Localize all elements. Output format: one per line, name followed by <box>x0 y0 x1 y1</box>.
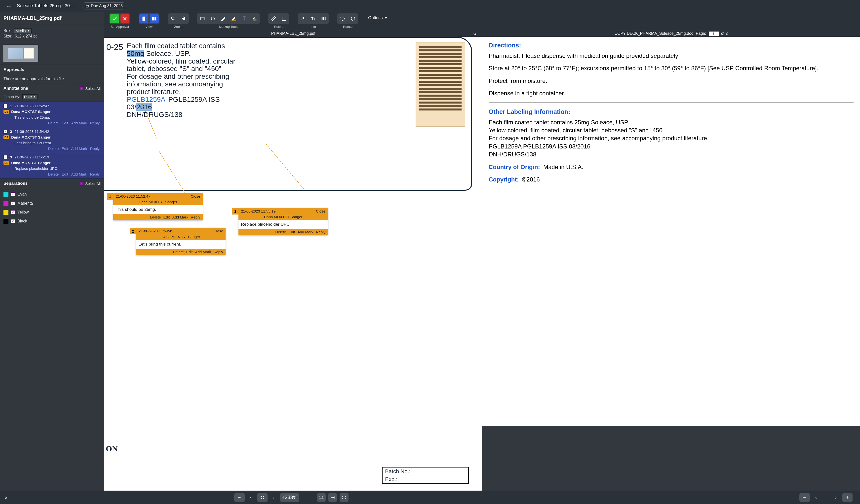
separation-row[interactable]: ✓Magenta <box>3 199 101 208</box>
size-value: 612 x 274 pt <box>15 34 37 39</box>
collapse-sidebar-icon[interactable]: « <box>4 494 8 501</box>
zoom-in-button-right[interactable]: + <box>842 493 852 502</box>
svg-rect-13 <box>263 498 264 499</box>
options-menu[interactable]: Options ▼ <box>367 13 389 23</box>
tool-group-markup: Markup Tools <box>197 13 260 29</box>
grid-view-button[interactable] <box>257 493 268 502</box>
ann-reply[interactable]: Reply <box>90 147 100 151</box>
marker-tool-button[interactable] <box>250 14 259 23</box>
prev-icon[interactable]: ‹ <box>812 494 820 501</box>
next-icon[interactable]: › <box>270 494 277 501</box>
annotations-header: Annotations ✓ Select All <box>0 84 104 93</box>
back-arrow-icon[interactable]: ← <box>6 2 12 10</box>
ann-addmark[interactable]: Add Mark <box>71 121 87 125</box>
color-swatch <box>3 192 9 197</box>
checkbox-checked-icon[interactable]: ✓ <box>3 155 8 159</box>
separations-select-all[interactable]: ✓ Select All <box>80 181 101 186</box>
checkbox-checked-icon[interactable]: ✓ <box>3 130 8 134</box>
right-canvas[interactable]: Directions: Pharmacist: Please dispense … <box>482 37 860 491</box>
checkbox-checked-icon[interactable]: ✓ <box>11 192 15 196</box>
note-close[interactable]: Close <box>191 194 200 198</box>
ellipse-tool-button[interactable] <box>209 14 217 23</box>
group-by-select[interactable]: Date ▼ <box>23 94 38 99</box>
ann-edit[interactable]: Edit <box>62 121 68 125</box>
zoom-out-button[interactable]: − <box>234 493 245 502</box>
separation-row[interactable]: ✓Yellow <box>3 208 101 217</box>
note-close[interactable]: Close <box>214 229 223 233</box>
fit-width-button[interactable] <box>328 493 337 502</box>
batch-exp-box: Batch No.: Exp.: <box>382 467 469 484</box>
compare-view-button[interactable] <box>150 14 159 23</box>
approve-button[interactable] <box>110 14 119 23</box>
annotation-item[interactable]: ✓121-06-2023 11:52:47 DSDana MOXTST Sang… <box>0 102 104 128</box>
checkbox-checked-icon[interactable]: ✓ <box>11 219 15 223</box>
box-select[interactable]: Media ▼ <box>14 28 31 33</box>
prev-icon[interactable]: ‹ <box>247 494 255 501</box>
fit-screen-button[interactable] <box>340 493 348 502</box>
chevron-down-icon: ▼ <box>33 95 36 98</box>
next-icon[interactable]: › <box>832 494 840 501</box>
ann-edit[interactable]: Edit <box>62 147 68 151</box>
separations-list: ✓Cyan✓Magenta✓Yellow✓Black <box>0 189 104 227</box>
separation-row[interactable]: ✓Cyan <box>3 190 101 199</box>
text-info-button[interactable]: Tт <box>309 14 318 23</box>
barcode-info-button[interactable] <box>319 14 328 23</box>
on-label: ON <box>106 444 118 453</box>
left-pane-controls: − ‹ › +233% 1:1 <box>104 493 478 502</box>
ann-reply[interactable]: Reply <box>90 172 100 176</box>
ann-delete[interactable]: Delete <box>48 172 59 176</box>
note-badge: 3 <box>232 208 239 214</box>
color-swatch <box>3 219 9 224</box>
toolbar: Set Approval View Zoom <box>104 12 860 30</box>
chevron-right-icon[interactable]: » <box>473 31 476 37</box>
checkbox-checked-icon[interactable]: ✓ <box>11 201 15 205</box>
rectangle-tool-button[interactable] <box>198 14 207 23</box>
ann-delete[interactable]: Delete <box>48 121 59 125</box>
ruler-button[interactable] <box>269 14 278 23</box>
ann-reply[interactable]: Reply <box>90 121 100 125</box>
annotation-item[interactable]: ✓321-06-2023 11:55:19 DSDana MOXTST Sang… <box>0 153 104 178</box>
separation-name: Magenta <box>17 201 33 206</box>
zoom-out-button-right[interactable]: − <box>799 493 810 502</box>
svg-rect-10 <box>261 496 262 497</box>
separation-row[interactable]: ✓Black <box>3 217 101 226</box>
single-page-button[interactable] <box>139 14 148 23</box>
annotation-item[interactable]: ✓221-06-2023 11:54:42 DSDana MOXTST Sang… <box>0 128 104 153</box>
ann-edit[interactable]: Edit <box>62 172 68 176</box>
rotate-ccw-button[interactable] <box>338 14 347 23</box>
pan-tool-button[interactable] <box>179 14 188 23</box>
ruler-square-button[interactable] <box>280 14 288 23</box>
annotations-select-all[interactable]: ✓ Select All <box>80 86 101 91</box>
canvas-note-3[interactable]: 3 21-06-2023 11:55:19Close Dana MOXTST S… <box>239 208 328 235</box>
svg-rect-1 <box>143 17 145 21</box>
freehand-tool-button[interactable] <box>219 14 228 23</box>
zoom-value[interactable]: +233% <box>280 493 300 502</box>
scale-1to1-button[interactable]: 1:1 <box>317 493 326 502</box>
checkbox-checked-icon[interactable]: ✓ <box>3 104 8 108</box>
reject-button[interactable] <box>120 14 129 23</box>
highlight-tool-button[interactable] <box>229 14 238 23</box>
separation-name: Yellow <box>17 210 29 214</box>
left-doc-tab: PHARMA-LBL_25mg.pdf » <box>104 30 482 37</box>
canvas-note-2[interactable]: 2 21-06-2023 11:54:42Close Dana MOXTST S… <box>136 228 226 255</box>
page-input[interactable] <box>709 31 719 36</box>
sidebar: PHARMA-LBL_25mg.pdf Box: Media ▼ Size: 6… <box>0 12 104 491</box>
checkbox-checked-icon: ✓ <box>80 181 84 186</box>
note-close[interactable]: Close <box>316 209 326 213</box>
page-title: Soleace Tablets 25mg - 30… <box>17 3 74 9</box>
ann-addmark[interactable]: Add Mark <box>71 172 87 176</box>
page-thumbnail[interactable] <box>3 45 38 62</box>
due-date-pill[interactable]: Due Aug 31, 2023 <box>82 2 127 10</box>
left-canvas[interactable]: 0-25 Each film coated tablet contains 50… <box>104 37 482 491</box>
author-badge: DS <box>3 135 9 139</box>
eyedropper-button[interactable] <box>298 14 307 23</box>
ann-delete[interactable]: Delete <box>48 147 59 151</box>
rotate-cw-button[interactable] <box>348 14 357 23</box>
zoom-tool-button[interactable] <box>169 14 177 23</box>
canvas-note-1[interactable]: 1 21-06-2023 11:52:47Close Dana MOXTST S… <box>113 193 203 220</box>
separation-name: Cyan <box>17 192 27 197</box>
approvals-header: Approvals <box>0 65 104 75</box>
text-tool-button[interactable] <box>240 14 249 23</box>
ann-addmark[interactable]: Add Mark <box>71 147 87 151</box>
checkbox-checked-icon[interactable]: ✓ <box>11 210 15 214</box>
